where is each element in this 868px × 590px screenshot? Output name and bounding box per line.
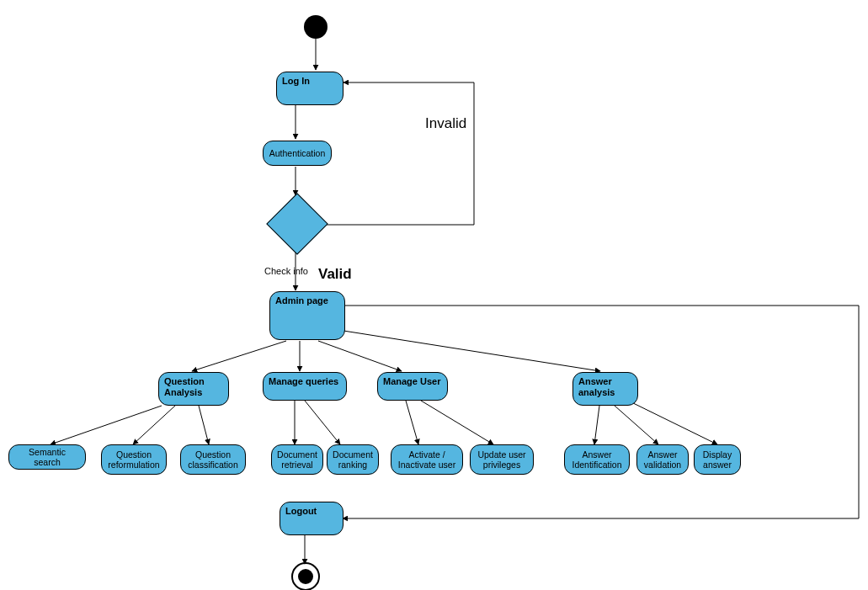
- svg-line-7: [343, 331, 600, 371]
- node-login-label: Log In: [282, 76, 310, 86]
- svg-line-17: [628, 401, 717, 444]
- node-answer-identification-label: Answer Identification: [570, 449, 624, 470]
- svg-line-6: [318, 341, 402, 371]
- svg-line-12: [305, 401, 340, 444]
- node-admin-page: Admin page: [269, 291, 345, 340]
- node-question-reformulation-label: Question reformulation: [107, 449, 161, 470]
- svg-line-13: [406, 401, 418, 444]
- node-question-analysis-label: Question Analysis: [164, 376, 205, 397]
- final-node: [291, 562, 320, 590]
- svg-line-10: [199, 406, 209, 444]
- activity-diagram: Log In Authentication Invalid Check info…: [0, 0, 868, 590]
- node-manage-user: Manage User: [377, 372, 448, 401]
- label-check-info: Check info: [264, 266, 308, 276]
- node-login: Log In: [276, 72, 343, 105]
- node-manage-queries: Manage queries: [263, 372, 347, 401]
- node-authentication: Authentication: [263, 141, 332, 166]
- node-document-retrieval: Document retrieval: [271, 444, 323, 475]
- svg-line-16: [615, 406, 658, 444]
- node-question-analysis: Question Analysis: [158, 372, 229, 406]
- svg-line-9: [133, 406, 175, 444]
- node-question-reformulation: Question reformulation: [101, 444, 167, 475]
- node-update-privileges-label: Update user privileges: [476, 449, 528, 470]
- node-document-ranking-label: Document ranking: [333, 449, 373, 470]
- node-activate-user: Activate / Inactivate user: [391, 444, 463, 475]
- node-admin-label: Admin page: [275, 295, 328, 306]
- node-logout: Logout: [280, 502, 343, 535]
- node-answer-validation-label: Answer validation: [642, 449, 683, 470]
- final-node-dot: [298, 569, 313, 584]
- node-answer-analysis-label: Answer analysis: [578, 376, 615, 397]
- node-manage-user-label: Manage User: [383, 376, 440, 386]
- node-semantic-search-label: Semantic search: [14, 447, 80, 467]
- node-document-ranking: Document ranking: [327, 444, 379, 475]
- label-valid: Valid: [318, 266, 352, 283]
- node-logout-label: Logout: [285, 506, 317, 516]
- node-display-answer: Display answer: [694, 444, 741, 475]
- node-answer-identification: Answer Identification: [564, 444, 630, 475]
- svg-line-14: [421, 401, 493, 444]
- node-answer-analysis: Answer analysis: [572, 372, 638, 406]
- initial-node: [304, 15, 327, 39]
- svg-line-4: [192, 341, 286, 371]
- node-document-retrieval-label: Document retrieval: [277, 449, 317, 470]
- node-display-answer-label: Display answer: [700, 449, 735, 470]
- node-activate-user-label: Activate / Inactivate user: [397, 449, 457, 470]
- node-update-privileges: Update user privileges: [470, 444, 534, 475]
- label-invalid: Invalid: [425, 115, 466, 132]
- node-answer-validation: Answer validation: [636, 444, 689, 475]
- node-question-classification-label: Question classification: [186, 449, 240, 470]
- node-manage-queries-label: Manage queries: [269, 376, 338, 386]
- svg-line-15: [594, 406, 599, 444]
- edges-layer: [0, 0, 868, 590]
- node-authentication-label: Authentication: [269, 148, 326, 158]
- node-question-classification: Question classification: [180, 444, 246, 475]
- svg-line-8: [51, 406, 162, 444]
- node-semantic-search: Semantic search: [8, 444, 86, 470]
